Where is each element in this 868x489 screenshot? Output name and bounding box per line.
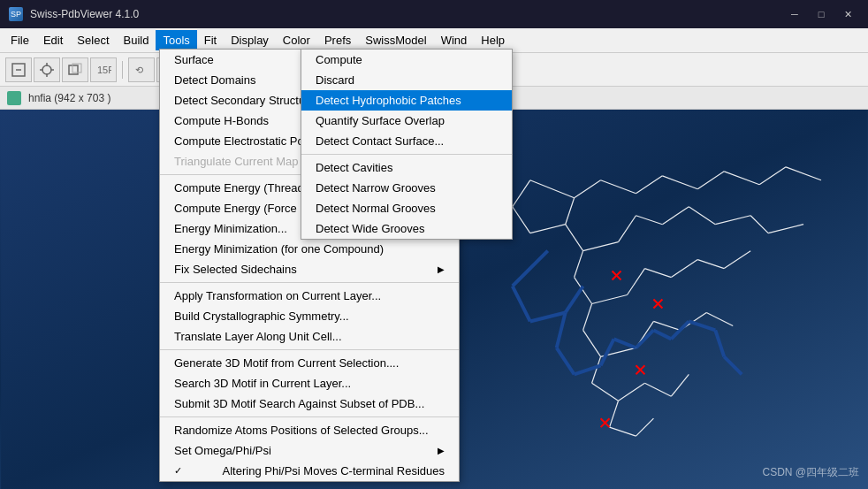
title-bar-left: SP Swiss-PdbViewer 4.1.0 bbox=[9, 7, 139, 21]
menu-apply-transform[interactable]: Apply Transformation on Current Layer... bbox=[160, 286, 459, 306]
menu-edit[interactable]: Edit bbox=[36, 30, 70, 50]
surface-detect-wide[interactable]: Detect Wide Grooves bbox=[301, 218, 512, 239]
menu-sep2 bbox=[160, 282, 459, 283]
surface-submenu: Compute Discard Detect Hydrophobic Patch… bbox=[301, 49, 513, 240]
menu-sep3 bbox=[160, 349, 459, 350]
menu-submit-3d-motif[interactable]: Submit 3D Motif Search Against Subset of… bbox=[160, 393, 459, 414]
menu-help[interactable]: Help bbox=[474, 30, 512, 50]
maximize-button[interactable]: □ bbox=[810, 5, 833, 23]
menu-build[interactable]: Build bbox=[117, 30, 156, 50]
fix-sidechains-arrow: ▶ bbox=[438, 264, 445, 274]
menu-select[interactable]: Select bbox=[70, 30, 116, 50]
window-title: Swiss-PdbViewer 4.1.0 bbox=[30, 8, 139, 20]
surface-detect-normal[interactable]: Detect Normal Grooves bbox=[301, 198, 512, 218]
minimize-button[interactable]: ─ bbox=[783, 5, 806, 23]
menu-generate-3d-motif[interactable]: Generate 3D Motif from Current Selection… bbox=[160, 353, 459, 373]
surface-detect-narrow[interactable]: Detect Narrow Grooves bbox=[301, 178, 512, 198]
menu-search-3d-motif[interactable]: Search 3D Motif in Current Layer... bbox=[160, 373, 459, 393]
surface-discard[interactable]: Discard bbox=[301, 70, 512, 90]
watermark-text: CSDN @四年级二班 bbox=[762, 465, 859, 480]
surface-quantify-overlap[interactable]: Quantify Surface Overlap bbox=[301, 111, 512, 131]
menu-display[interactable]: Display bbox=[224, 30, 276, 50]
surface-detect-hydrophobic[interactable]: Detect Hydrophobic Patches bbox=[301, 90, 512, 111]
menu-tools[interactable]: Tools bbox=[156, 30, 196, 50]
close-button[interactable]: ✕ bbox=[836, 5, 859, 23]
surface-detect-cavities[interactable]: Detect Cavities bbox=[301, 157, 512, 178]
menu-file[interactable]: File bbox=[4, 30, 36, 50]
menu-wind[interactable]: Wind bbox=[434, 30, 475, 50]
menu-fit[interactable]: Fit bbox=[197, 30, 224, 50]
menu-set-omega[interactable]: Set Omega/Phi/Psi ▶ bbox=[160, 440, 459, 461]
menu-sep4 bbox=[160, 416, 459, 417]
surface-detect-contact[interactable]: Detect Contact Surface... bbox=[301, 131, 512, 151]
window-controls: ─ □ ✕ bbox=[783, 5, 859, 23]
menu-fix-sidechains[interactable]: Fix Selected Sidechains ▶ bbox=[160, 259, 459, 279]
set-omega-arrow: ▶ bbox=[438, 446, 445, 455]
app-icon: SP bbox=[9, 7, 23, 21]
surface-sep bbox=[301, 154, 512, 155]
surface-compute[interactable]: Compute bbox=[301, 50, 512, 70]
menu-translate-layer[interactable]: Translate Layer Along Unit Cell... bbox=[160, 326, 459, 347]
menu-build-crystal[interactable]: Build Crystallographic Symmetry... bbox=[160, 306, 459, 326]
title-bar: SP Swiss-PdbViewer 4.1.0 ─ □ ✕ bbox=[0, 0, 868, 28]
dropdown-container: Surface ▶ Detect Domains Detect Secondar… bbox=[0, 49, 460, 482]
menu-energy-min-compound[interactable]: Energy Minimization (for one Compound) bbox=[160, 239, 459, 259]
menu-prefs[interactable]: Prefs bbox=[317, 30, 358, 50]
menu-swissmodel[interactable]: SwissModel bbox=[358, 30, 433, 50]
menu-randomize-atoms[interactable]: Randomize Atoms Positions of Selected Gr… bbox=[160, 420, 459, 440]
menu-altering-phi[interactable]: Altering Phi/Psi Moves C-terminal Residu… bbox=[160, 461, 459, 481]
menu-color[interactable]: Color bbox=[276, 30, 317, 50]
